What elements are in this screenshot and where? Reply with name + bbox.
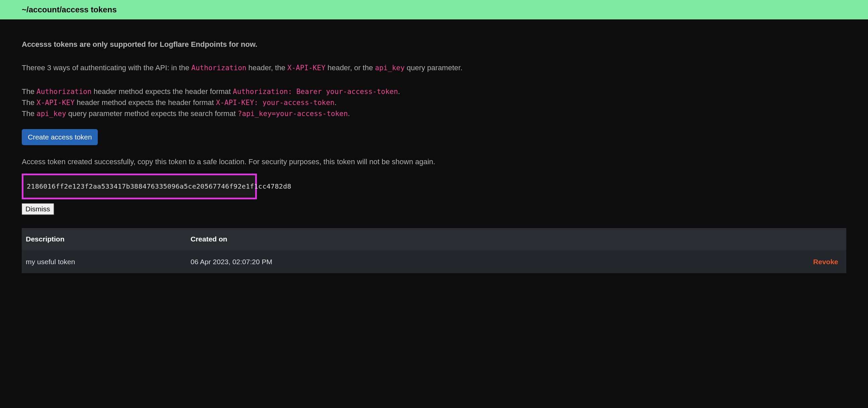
token-created-message: Access token created successfully, copy … xyxy=(22,157,846,167)
method2-code1: X-API-KEY xyxy=(36,99,75,107)
method1-code2: Authorization: Bearer your-access-token xyxy=(233,88,398,96)
desc-text-2: header, the xyxy=(246,64,287,72)
tokens-table: Description Created on my useful token 0… xyxy=(22,228,846,273)
auth-methods-block: The Authorization header method expects … xyxy=(22,87,846,119)
method-line-authorization: The Authorization header method expects … xyxy=(22,87,846,97)
method3-text-b: query parameter method expects the searc… xyxy=(66,109,238,118)
header-description: Description xyxy=(26,234,190,244)
row-description: my useful token xyxy=(26,257,190,267)
method2-text-b: header method expects the header format xyxy=(75,98,216,107)
breadcrumb-bar: ~/account/access tokens xyxy=(0,0,868,20)
header-created-on: Created on xyxy=(190,234,838,244)
token-display-box: 2186016ff2e123f2aa533417b388476335096a5c… xyxy=(22,174,257,199)
method1-code1: Authorization xyxy=(36,88,91,96)
dismiss-button[interactable]: Dismiss xyxy=(22,203,54,215)
method2-text-a: The xyxy=(22,98,36,107)
method1-text-b: header method expects the header format xyxy=(91,87,233,96)
method2-code2: X-API-KEY: your-access-token xyxy=(216,99,335,107)
revoke-button[interactable]: Revoke xyxy=(813,258,838,266)
method3-code2: ?api_key=your-access-token xyxy=(238,110,348,118)
method3-text-a: The xyxy=(22,109,36,118)
create-access-token-button[interactable]: Create access token xyxy=(22,129,98,145)
desc-text-4: query parameter. xyxy=(405,64,462,72)
table-header-row: Description Created on xyxy=(22,228,846,250)
code-authorization: Authorization xyxy=(191,64,246,72)
desc-text-3: header, or the xyxy=(326,64,375,72)
row-created-on: 06 Apr 2023, 02:07:20 PM xyxy=(190,257,813,267)
header-action xyxy=(838,234,842,244)
breadcrumb: ~/account/access tokens xyxy=(22,5,117,14)
desc-text-1: Theree 3 ways of authenticating with the… xyxy=(22,64,191,72)
method1-text-c: . xyxy=(398,87,400,96)
table-row: my useful token 06 Apr 2023, 02:07:20 PM… xyxy=(22,250,846,273)
method1-text-a: The xyxy=(22,87,36,96)
method2-text-c: . xyxy=(335,98,337,107)
code-api-key: api_key xyxy=(375,64,405,72)
code-x-api-key: X-API-KEY xyxy=(287,64,326,72)
main-content: Accesss tokens are only supported for Lo… xyxy=(0,20,868,286)
method-line-x-api-key: The X-API-KEY header method expects the … xyxy=(22,98,846,108)
method3-code1: api_key xyxy=(36,110,66,118)
token-value[interactable]: 2186016ff2e123f2aa533417b388476335096a5c… xyxy=(27,182,291,190)
method-line-api-key: The api_key query parameter method expec… xyxy=(22,109,846,119)
intro-description: Theree 3 ways of authenticating with the… xyxy=(22,63,846,73)
method3-text-c: . xyxy=(348,109,350,118)
intro-bold-text: Accesss tokens are only supported for Lo… xyxy=(22,39,846,50)
